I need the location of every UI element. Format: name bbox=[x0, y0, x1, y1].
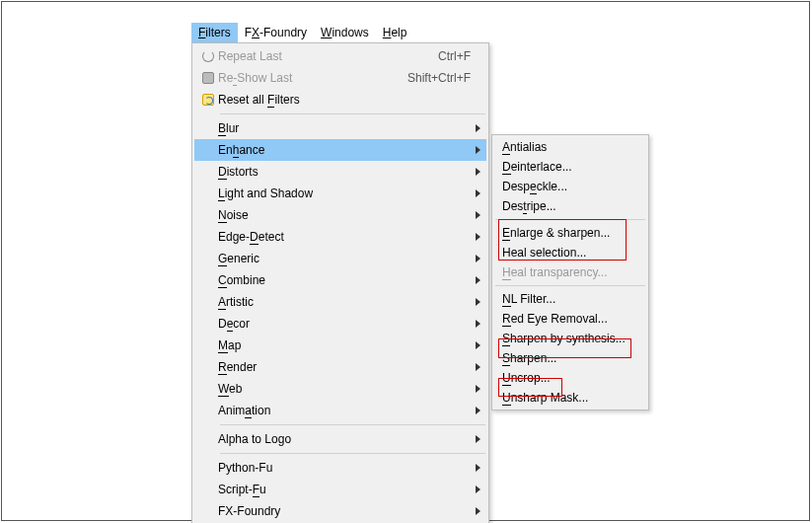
submenu-arrow-icon bbox=[471, 230, 480, 244]
menu-item-blur[interactable]: Blur bbox=[194, 117, 486, 139]
separator bbox=[220, 113, 485, 114]
menu-item-fx-foundry[interactable]: FX-Foundry bbox=[194, 500, 486, 522]
menu-item-label: Distorts bbox=[218, 165, 471, 179]
menu-item-enlarge-sharpen[interactable]: Enlarge & sharpen... bbox=[494, 223, 646, 243]
menu-item-label: Enlarge & sharpen... bbox=[502, 226, 630, 240]
menu-item-label: Uncrop... bbox=[502, 371, 630, 385]
repeat-icon bbox=[198, 50, 218, 62]
menu-item-artistic[interactable]: Artistic bbox=[194, 291, 486, 313]
separator bbox=[220, 424, 485, 425]
menu-filters: Repeat LastCtrl+FRe-Show LastShift+Ctrl+… bbox=[191, 42, 489, 523]
submenu-arrow-icon bbox=[471, 121, 480, 135]
menu-item-antialias[interactable]: Antialias bbox=[494, 137, 646, 157]
separator bbox=[220, 453, 485, 454]
submenu-arrow-icon bbox=[471, 504, 480, 518]
menu-item-label: Map bbox=[218, 338, 471, 352]
submenu-arrow-icon bbox=[471, 404, 480, 417]
menu-item-reset-all-filters[interactable]: Reset all Filters bbox=[194, 89, 486, 111]
menu-item-label: Decor bbox=[218, 317, 471, 331]
menu-item-label: Alpha to Logo bbox=[218, 432, 471, 446]
menu-item-label: Combine bbox=[218, 273, 471, 287]
menu-item-unsharp-mask[interactable]: Unsharp Mask... bbox=[494, 388, 646, 408]
menu-item-label: Deinterlace... bbox=[502, 160, 630, 174]
submenu-arrow-icon bbox=[471, 483, 480, 496]
separator bbox=[495, 219, 645, 220]
menu-item-destripe[interactable]: Destripe... bbox=[494, 196, 646, 216]
menu-item-label: Heal transparency... bbox=[502, 265, 630, 279]
menu-item-sharpen-by-synthesis[interactable]: Sharpen by synthesis... bbox=[494, 329, 646, 348]
menu-item-edge-detect[interactable]: Edge-Detect bbox=[194, 226, 486, 248]
menu-item-label: Enhance bbox=[218, 143, 471, 157]
menu-item-label: Red Eye Removal... bbox=[502, 312, 630, 326]
menu-item-python-fu[interactable]: Python-Fu bbox=[194, 457, 486, 479]
menu-item-label: Render bbox=[218, 360, 471, 374]
menu-item-enhance[interactable]: Enhance bbox=[194, 139, 486, 161]
submenu-arrow-icon bbox=[471, 208, 480, 222]
menu-item-sharpen[interactable]: Sharpen... bbox=[494, 348, 646, 368]
menu-item-map[interactable]: Map bbox=[194, 335, 486, 356]
menu-item-heal-transparency: Heal transparency... bbox=[494, 262, 646, 282]
menu-item-label: Light and Shadow bbox=[218, 187, 471, 200]
menu-item-label: FX-Foundry bbox=[218, 504, 471, 518]
menu-item-re-show-last: Re-Show LastShift+Ctrl+F bbox=[194, 67, 486, 89]
menu-item-label: Antialias bbox=[502, 140, 630, 154]
submenu-arrow-icon bbox=[471, 252, 480, 265]
menu-item-render[interactable]: Render bbox=[194, 356, 486, 378]
menu-item-label: Animation bbox=[218, 404, 471, 417]
menu-item-repeat-last: Repeat LastCtrl+F bbox=[194, 45, 486, 67]
menu-item-label: Re-Show Last bbox=[218, 71, 388, 85]
submenu-arrow-icon bbox=[471, 165, 480, 179]
menu-item-label: Generic bbox=[218, 252, 471, 265]
submenu-arrow-icon bbox=[471, 295, 480, 309]
menu-item-label: Python-Fu bbox=[218, 461, 471, 475]
menu-item-decor[interactable]: Decor bbox=[194, 313, 486, 335]
menu-item-red-eye-removal[interactable]: Red Eye Removal... bbox=[494, 309, 646, 329]
submenu-arrow-icon bbox=[471, 461, 480, 475]
menu-item-distorts[interactable]: Distorts bbox=[194, 161, 486, 183]
menu-item-label: Heal selection... bbox=[502, 246, 630, 260]
menubar: FiltersFX-FoundryWindowsHelp bbox=[191, 23, 413, 42]
submenu-arrow-icon bbox=[471, 273, 480, 287]
menu-item-animation[interactable]: Animation bbox=[194, 400, 486, 421]
menu-item-script-fu[interactable]: Script-Fu bbox=[194, 479, 486, 500]
menu-item-label: Destripe... bbox=[502, 199, 630, 213]
menu-item-heal-selection[interactable]: Heal selection... bbox=[494, 243, 646, 262]
menu-item-label: NL Filter... bbox=[502, 292, 630, 306]
menu-item-noise[interactable]: Noise bbox=[194, 204, 486, 226]
submenu-arrow-icon bbox=[471, 143, 480, 157]
submenu-arrow-icon bbox=[471, 317, 480, 331]
menu-item-web[interactable]: Web bbox=[194, 378, 486, 400]
reset-icon bbox=[198, 94, 218, 106]
reshow-icon bbox=[198, 72, 218, 84]
menu-item-label: Despeckle... bbox=[502, 180, 630, 193]
menu-item-deinterlace[interactable]: Deinterlace... bbox=[494, 157, 646, 177]
submenu-arrow-icon bbox=[471, 187, 480, 200]
menu-item-label: Noise bbox=[218, 208, 471, 222]
menu-item-label: Artistic bbox=[218, 295, 471, 309]
menu-item-combine[interactable]: Combine bbox=[194, 269, 486, 291]
menu-item-alpha-to-logo[interactable]: Alpha to Logo bbox=[194, 428, 486, 450]
menubar-item-help[interactable]: Help bbox=[376, 23, 414, 42]
menu-item-label: Unsharp Mask... bbox=[502, 391, 630, 405]
menu-item-label: Script-Fu bbox=[218, 483, 471, 496]
menubar-item-filters[interactable]: Filters bbox=[191, 23, 238, 42]
submenu-arrow-icon bbox=[471, 338, 480, 352]
menu-item-label: Sharpen by synthesis... bbox=[502, 332, 630, 345]
menu-item-despeckle[interactable]: Despeckle... bbox=[494, 177, 646, 196]
menu-item-generic[interactable]: Generic bbox=[194, 248, 486, 269]
menubar-item-windows[interactable]: Windows bbox=[314, 23, 376, 42]
menu-item-label: Web bbox=[218, 382, 471, 396]
submenu-arrow-icon bbox=[471, 432, 480, 446]
menu-item-label: Repeat Last bbox=[218, 49, 418, 63]
menu-item-accel: Ctrl+F bbox=[438, 49, 471, 63]
menubar-item-fx-foundry[interactable]: FX-Foundry bbox=[238, 23, 314, 42]
submenu-arrow-icon bbox=[471, 382, 480, 396]
menu-item-accel: Shift+Ctrl+F bbox=[407, 71, 471, 85]
menu-item-light-and-shadow[interactable]: Light and Shadow bbox=[194, 183, 486, 204]
menu-item-nl-filter[interactable]: NL Filter... bbox=[494, 289, 646, 309]
separator bbox=[495, 285, 645, 286]
menu-item-label: Blur bbox=[218, 121, 471, 135]
submenu-arrow-icon bbox=[471, 360, 480, 374]
menu-item-uncrop[interactable]: Uncrop... bbox=[494, 368, 646, 388]
menu-enhance: AntialiasDeinterlace...Despeckle...Destr… bbox=[491, 134, 649, 411]
